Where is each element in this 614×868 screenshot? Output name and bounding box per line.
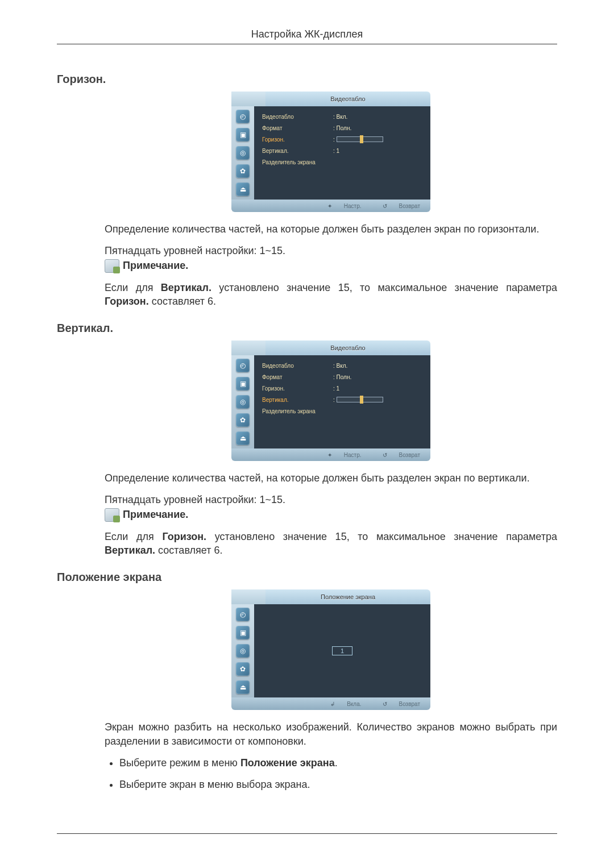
bullet-list: Выберите режим в меню Положение экрана. …: [105, 756, 557, 792]
paragraph: Пятнадцать уровней настройки: 1~15.: [105, 244, 557, 258]
list-item: Выберите экран в меню выбора экрана.: [119, 778, 557, 791]
osd-row-value: : Полн.: [333, 374, 351, 380]
list-item: Выберите режим в меню Положение экрана.: [119, 756, 557, 770]
page-header-title: Настройка ЖК-дисплея: [251, 28, 363, 40]
osd-screenpos: Положение экрана ◴ ▣ ◎ ✿ ⏏ 1 ↲Вкла.: [231, 589, 430, 710]
note-icon: [105, 508, 119, 522]
section-title-screenpos: Положение экрана: [57, 571, 557, 584]
enter-icon: ↲: [330, 701, 335, 707]
screenpos-value[interactable]: 1: [332, 646, 352, 655]
osd-row-label: Формат: [262, 374, 333, 380]
osd-row-label-active: Горизон.: [262, 136, 333, 143]
osd-slider[interactable]: [337, 136, 383, 142]
osd-tab-icon[interactable]: ⏏: [236, 431, 250, 445]
osd-tab-icon[interactable]: ✿: [236, 413, 250, 427]
osd-tab-icon[interactable]: ⏏: [236, 680, 250, 694]
osd-foot-label: Настр.: [344, 203, 362, 209]
osd-row-label: Горизон.: [262, 385, 333, 392]
paragraph: Экран можно разбить на несколько изображ…: [105, 720, 557, 748]
paragraph: Определение количества частей, на которы…: [105, 471, 557, 485]
paragraph: Определение количества частей, на которы…: [105, 222, 557, 236]
paragraph: Если для Вертикал. установлено значение …: [105, 281, 557, 309]
osd-tab-icon[interactable]: ✿: [236, 662, 250, 676]
section-title-vertical: Вертикал.: [57, 322, 557, 335]
osd-tab-icon[interactable]: ◎: [236, 644, 250, 658]
section-title-horizon: Горизон.: [57, 73, 557, 86]
osd-footer: ✦Настр. ↺Возврат: [231, 200, 430, 212]
osd-tab-icon[interactable]: ◎: [236, 146, 250, 160]
osd-foot-label: Настр.: [344, 452, 362, 458]
adjust-icon: ✦: [327, 203, 333, 209]
return-icon: ↺: [382, 452, 388, 458]
osd-tab-icon[interactable]: ◴: [236, 110, 250, 123]
osd-row-label: Видеотабло: [262, 363, 333, 369]
osd-tab-icon[interactable]: ✿: [236, 164, 250, 178]
osd-row-label-active: Вертикал.: [262, 397, 333, 403]
osd-title: Положение экрана: [265, 593, 430, 600]
osd-foot-label: Вкла.: [347, 701, 361, 707]
page-header: Настройка ЖК-дисплея: [57, 28, 557, 44]
osd-tab-icon[interactable]: ▣: [236, 377, 250, 391]
osd-tab-icon[interactable]: ▣: [236, 626, 250, 639]
osd-row-value: : Полн.: [333, 125, 351, 131]
osd-row-value: :: [333, 397, 335, 403]
osd-title: Видеотабло: [265, 95, 430, 102]
osd-row-label: Разделитель экрана: [262, 159, 333, 165]
osd-row-value: :: [333, 136, 335, 143]
osd-row-label: Видеотабло: [262, 114, 333, 120]
osd-horizon: Видеотабло ◴ ▣ ◎ ✿ ⏏ Видеотабло: Вкл. Фо…: [231, 92, 430, 212]
osd-tab-icon[interactable]: ▣: [236, 128, 250, 142]
osd-row-label: Формат: [262, 125, 333, 131]
osd-foot-label: Возврат: [399, 701, 421, 707]
osd-row-value: : Вкл.: [333, 114, 347, 120]
adjust-icon: ✦: [327, 452, 333, 458]
osd-row-value: : 1: [333, 385, 339, 392]
osd-tab-icon[interactable]: ◴: [236, 359, 250, 372]
note-label: Примечание.: [123, 260, 188, 272]
osd-title: Видеотабло: [265, 344, 430, 351]
osd-footer: ✦Настр. ↺Возврат: [231, 448, 430, 461]
osd-foot-label: Возврат: [399, 203, 421, 209]
osd-slider[interactable]: [337, 397, 383, 402]
osd-row-label: Разделитель экрана: [262, 408, 333, 414]
note-label: Примечание.: [123, 509, 188, 521]
osd-tab-icon[interactable]: ◎: [236, 395, 250, 409]
osd-sidebar: ◴ ▣ ◎ ✿ ⏏: [231, 106, 254, 200]
note-icon: [105, 259, 119, 273]
osd-row-value: : Вкл.: [333, 363, 347, 369]
osd-foot-label: Возврат: [399, 452, 421, 458]
osd-row-label: Вертикал.: [262, 148, 333, 154]
return-icon: ↺: [382, 701, 388, 707]
osd-row-value: : 1: [333, 148, 339, 154]
paragraph: Пятнадцать уровней настройки: 1~15.: [105, 493, 557, 506]
return-icon: ↺: [382, 203, 388, 209]
paragraph: Если для Горизон. установлено значение 1…: [105, 530, 557, 558]
osd-tab-icon[interactable]: ⏏: [236, 182, 250, 196]
osd-sidebar: ◴ ▣ ◎ ✿ ⏏: [231, 604, 254, 697]
osd-tab-icon[interactable]: ◴: [236, 608, 250, 621]
osd-sidebar: ◴ ▣ ◎ ✿ ⏏: [231, 355, 254, 448]
page-footer-rule: [57, 833, 557, 834]
osd-footer: ↲Вкла. ↺Возврат: [231, 697, 430, 710]
osd-vertical: Видеотабло ◴ ▣ ◎ ✿ ⏏ Видеотабло: Вкл. Фо…: [231, 340, 430, 461]
